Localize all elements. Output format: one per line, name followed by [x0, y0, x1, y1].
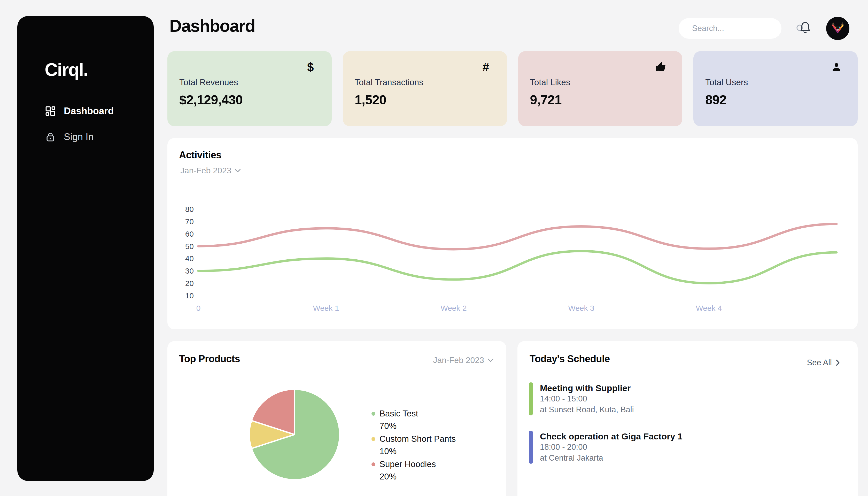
page-title: Dashboard	[169, 16, 255, 36]
stat-value: $2,129,430	[179, 92, 243, 107]
sidebar-item-label: Sign In	[64, 131, 94, 142]
svg-text:Week 1: Week 1	[313, 304, 339, 312]
avatar-wolf-icon	[826, 17, 850, 40]
search-input[interactable]	[692, 24, 795, 33]
pie-legend: Basic Test 70% Custom Short Pants 10%	[371, 407, 456, 483]
lock-icon	[45, 131, 56, 143]
svg-text:30: 30	[185, 267, 194, 275]
dashboard-page: Cirql. Dashboard	[0, 0, 868, 496]
bell-icon	[798, 21, 812, 35]
legend-item: Custom Short Pants 10%	[371, 433, 456, 458]
schedule-title: Today's Schedule	[530, 353, 610, 365]
schedule-item[interactable]: Meeting with Supplier 14:00 - 15:00 at S…	[529, 382, 634, 415]
legend-dot	[371, 437, 375, 441]
stat-value: 9,721	[530, 92, 562, 107]
schedule-item-time: 14:00 - 15:00	[540, 393, 634, 404]
legend-item: Super Hoodies 20%	[371, 458, 456, 483]
schedule-item-title: Check operation at Giga Factory 1	[540, 431, 683, 442]
schedule-item-location: at Sunset Road, Kuta, Bali	[540, 404, 634, 415]
stat-label: Total Revenues	[179, 78, 238, 87]
svg-text:10: 10	[185, 291, 194, 300]
schedule-item-bar	[529, 382, 533, 415]
legend-value: 10%	[371, 445, 456, 458]
stat-card-total-likes: Total Likes 9,721	[518, 51, 683, 126]
search-box[interactable]	[679, 18, 781, 39]
stat-label: Total Likes	[530, 78, 570, 87]
stat-card-total-users: Total Users 892	[693, 51, 858, 126]
dollar-icon: $	[304, 60, 317, 74]
legend-label: Basic Test	[379, 409, 418, 418]
app-logo: Cirql.	[45, 59, 88, 80]
stat-label: Total Users	[705, 78, 748, 87]
schedule-item[interactable]: Check operation at Giga Factory 1 18:00 …	[529, 431, 683, 464]
stat-card-total-revenues: $ Total Revenues $2,129,430	[167, 51, 332, 126]
svg-text:20: 20	[185, 279, 194, 288]
notifications-button[interactable]	[798, 21, 812, 35]
svg-text:80: 80	[185, 205, 194, 213]
top-products-card: Top Products Jan-Feb 2023 Basic Test 70%	[167, 341, 506, 496]
bottom-row: Top Products Jan-Feb 2023 Basic Test 70%	[167, 341, 858, 496]
svg-text:60: 60	[185, 230, 194, 238]
dashboard-grid-icon	[45, 105, 56, 117]
thumbs-up-icon	[654, 60, 668, 74]
sidebar: Cirql. Dashboard	[17, 16, 154, 481]
svg-text:0: 0	[196, 304, 201, 312]
legend-dot	[371, 462, 375, 466]
activities-card: Activities Jan-Feb 2023 1020304050607080…	[167, 138, 858, 329]
user-icon	[830, 60, 843, 74]
schedule-item-title: Meeting with Supplier	[540, 383, 634, 393]
sidebar-item-label: Dashboard	[64, 106, 114, 117]
stat-value: 892	[705, 92, 726, 107]
svg-text:Week 2: Week 2	[440, 304, 467, 312]
legend-dot	[371, 412, 375, 416]
see-all-button[interactable]: See All	[807, 358, 840, 367]
stats-row: $ Total Revenues $2,129,430 # Total Tran…	[167, 51, 858, 126]
main-content: Dashboard	[167, 0, 858, 496]
avatar[interactable]	[826, 17, 850, 40]
svg-text:Week 4: Week 4	[696, 304, 722, 312]
hash-icon: #	[479, 60, 493, 74]
legend-item: Basic Test 70%	[371, 407, 456, 432]
activities-line-chart: 10203040506070800Week 1Week 2Week 3Week …	[167, 138, 858, 329]
stat-value: 1,520	[355, 92, 386, 107]
svg-text:70: 70	[185, 217, 194, 226]
sidebar-item-dashboard[interactable]: Dashboard	[17, 98, 154, 124]
schedule-item-time: 18:00 - 20:00	[540, 442, 683, 453]
legend-label: Super Hoodies	[379, 459, 436, 469]
svg-text:50: 50	[185, 242, 194, 251]
stat-label: Total Transactions	[355, 78, 423, 87]
see-all-label: See All	[807, 358, 832, 367]
sidebar-item-signin[interactable]: Sign In	[17, 124, 154, 150]
stat-card-total-transactions: # Total Transactions 1,520	[343, 51, 507, 126]
legend-value: 70%	[371, 420, 456, 432]
legend-value: 20%	[371, 470, 456, 483]
schedule-item-bar	[529, 431, 533, 464]
schedule-card: Today's Schedule See All Meeting with Su…	[517, 341, 858, 496]
chevron-right-icon	[836, 360, 840, 366]
legend-label: Custom Short Pants	[379, 434, 456, 444]
schedule-item-location: at Central Jakarta	[540, 453, 683, 463]
svg-text:Week 3: Week 3	[568, 304, 594, 312]
svg-text:40: 40	[185, 254, 194, 263]
sidebar-nav: Dashboard Sign In	[17, 98, 154, 150]
